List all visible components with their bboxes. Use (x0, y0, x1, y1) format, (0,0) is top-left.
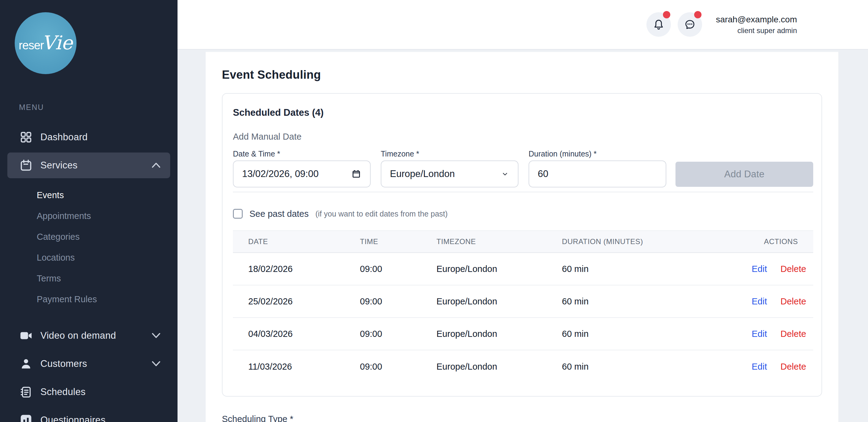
duration-input[interactable]: 60 (529, 160, 666, 187)
datetime-input[interactable]: 13/02/2026, 09:00 (233, 160, 371, 187)
subnav-label: Payment Rules (37, 294, 97, 304)
bar-chart-icon (19, 413, 33, 422)
see-past-dates-row: See past dates (if you want to edit date… (233, 206, 448, 222)
timezone-select[interactable]: Europe/London (381, 160, 519, 187)
page-title: Event Scheduling (222, 68, 321, 82)
cell-date: 18/02/2026 (248, 264, 360, 274)
chat-bubble-icon (683, 18, 696, 31)
timezone-value: Europe/London (390, 169, 455, 179)
user-email: sarah@example.com (716, 13, 797, 26)
sidebar-item-label: Video on demand (40, 330, 116, 341)
cell-date: 04/03/2026 (248, 329, 360, 339)
col-header-time: TIME (360, 237, 436, 246)
sidebar-item-schedules[interactable]: Schedules (7, 383, 170, 401)
see-past-dates-label: See past dates (249, 209, 309, 219)
edit-link[interactable]: Edit (752, 362, 767, 371)
chevron-down-icon (150, 360, 162, 368)
datetime-value: 13/02/2026, 09:00 (242, 169, 319, 179)
delete-link[interactable]: Delete (780, 296, 806, 306)
messages-button[interactable] (678, 12, 702, 37)
cell-duration: 60 min (562, 264, 752, 274)
notifications-button[interactable] (646, 12, 671, 37)
calendar-icon (19, 158, 33, 173)
clipboard-icon (19, 385, 33, 399)
form-divider (233, 192, 813, 192)
app-root: sarah@example.com client super admin D r… (0, 0, 868, 422)
edit-link[interactable]: Edit (752, 264, 767, 274)
chevron-down-icon (150, 331, 162, 340)
table-header-row: DATE TIME TIMEZONE DURATION (MINUTES) AC… (233, 230, 813, 253)
bell-icon (652, 18, 665, 31)
datetime-label: Date & Time * (233, 149, 280, 158)
dashboard-grid-icon (19, 130, 33, 144)
edit-link[interactable]: Edit (752, 329, 767, 339)
cell-time: 09:00 (360, 362, 436, 372)
sidebar-item-appointments[interactable]: Appointments (37, 209, 91, 223)
col-header-date: DATE (248, 237, 360, 246)
sidebar-item-label: Questionnaires (40, 415, 105, 422)
table-row: 25/02/2026 09:00 Europe/London 60 min Ed… (233, 285, 813, 318)
sidebar-item-services[interactable]: Services (7, 152, 170, 178)
menu-section-label: MENU (19, 103, 44, 112)
col-header-timezone: TIMEZONE (436, 237, 562, 246)
sidebar-item-terms[interactable]: Terms (37, 271, 61, 286)
sidebar-item-label: Customers (40, 358, 87, 369)
delete-link[interactable]: Delete (780, 264, 806, 274)
cell-time: 09:00 (360, 329, 436, 339)
cell-date: 11/03/2026 (248, 362, 360, 372)
cell-timezone: Europe/London (436, 362, 562, 372)
subnav-label: Appointments (37, 211, 91, 221)
scheduling-type-label: Scheduling Type * (222, 414, 293, 422)
sidebar-item-label: Services (40, 160, 78, 171)
sidebar-item-locations[interactable]: Locations (37, 250, 75, 265)
message-badge (694, 11, 702, 19)
add-date-button[interactable]: Add Date (676, 162, 813, 187)
edit-link[interactable]: Edit (752, 296, 767, 306)
cell-date: 25/02/2026 (248, 296, 360, 306)
logo-text-suffix: Vie (42, 32, 72, 54)
table-row: 04/03/2026 09:00 Europe/London 60 min Ed… (233, 318, 813, 350)
sidebar-item-label: Schedules (40, 387, 85, 397)
timezone-label: Timezone * (381, 149, 419, 158)
select-chevron-down-icon (501, 170, 509, 178)
sidebar-item-categories[interactable]: Categories (37, 230, 80, 244)
table-row: 18/02/2026 09:00 Europe/London 60 min Ed… (233, 253, 813, 285)
table-row: 11/03/2026 09:00 Europe/London 60 min Ed… (233, 350, 813, 383)
sidebar-item-customers[interactable]: Customers (7, 355, 170, 373)
cell-duration: 60 min (562, 362, 752, 372)
person-icon (19, 357, 33, 371)
sidebar-item-dashboard[interactable]: Dashboard (7, 128, 170, 146)
top-bar: sarah@example.com client super admin D (178, 0, 868, 50)
scheduled-dates-table: DATE TIME TIMEZONE DURATION (MINUTES) AC… (233, 230, 813, 383)
sidebar-item-events[interactable]: Events (37, 188, 64, 203)
chevron-up-icon (150, 161, 162, 170)
cell-timezone: Europe/London (436, 264, 562, 274)
sidebar-item-questionnaires[interactable]: Questionnaires (7, 411, 170, 422)
duration-value: 60 (538, 169, 548, 179)
logo-text-prefix: reser (19, 39, 44, 52)
cell-timezone: Europe/London (436, 329, 562, 339)
sidebar-item-label: Dashboard (40, 132, 88, 143)
delete-link[interactable]: Delete (780, 362, 806, 371)
subnav-label: Locations (37, 253, 75, 263)
subnav-label: Categories (37, 232, 80, 242)
duration-label: Duration (minutes) * (529, 149, 596, 158)
cell-duration: 60 min (562, 296, 752, 306)
add-manual-date-label: Add Manual Date (233, 132, 302, 142)
sidebar: reser Vie MENU Dashboard (0, 0, 178, 422)
notification-badge (663, 11, 670, 19)
col-header-actions: ACTIONS (752, 237, 798, 246)
cell-duration: 60 min (562, 329, 752, 339)
delete-link[interactable]: Delete (780, 329, 806, 339)
calendar-picker-icon[interactable] (351, 169, 362, 179)
subnav-label: Events (37, 190, 64, 200)
see-past-dates-checkbox[interactable] (233, 209, 243, 219)
sidebar-item-video-on-demand[interactable]: Video on demand (7, 327, 170, 345)
col-header-duration: DURATION (MINUTES) (562, 237, 752, 246)
video-camera-icon (19, 329, 33, 343)
cell-time: 09:00 (360, 264, 436, 274)
card-title: Scheduled Dates (4) (233, 107, 323, 118)
scheduled-dates-card: Scheduled Dates (4) Add Manual Date Date… (222, 93, 822, 397)
cell-time: 09:00 (360, 296, 436, 306)
sidebar-item-payment-rules[interactable]: Payment Rules (37, 292, 97, 306)
